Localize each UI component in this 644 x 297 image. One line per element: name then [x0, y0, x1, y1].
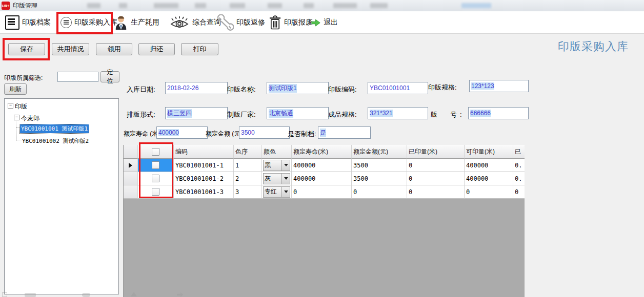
grid-row-1[interactable]: YBC01001001-1 1 黑 400000 3500 0 400000 0…	[124, 159, 525, 172]
row-checkbox[interactable]	[152, 175, 159, 182]
tree-connector	[10, 107, 10, 118]
refresh-button[interactable]: 刷新	[4, 83, 27, 95]
toolbar-button-comprehensive-query[interactable]: 综合查询	[169, 11, 221, 34]
color-dropdown[interactable]: 黑	[263, 160, 290, 171]
toolbar-button-plate-scrap[interactable]: 印版报废	[269, 11, 313, 34]
cell-printable[interactable]: 400000	[465, 159, 513, 172]
field-value: 2018-02-26	[167, 84, 198, 92]
cell-amount[interactable]: 3500	[352, 159, 407, 172]
grid-row-3[interactable]: YBC01001001-3 3 专红 0 0 0 0 0	[124, 185, 525, 199]
cell-code[interactable]: YBC01001001-2	[174, 172, 234, 185]
grid-header-code[interactable]: 编码	[174, 145, 234, 159]
plate-number-field[interactable]: 666666	[468, 107, 529, 119]
plate-maker-field[interactable]: 北京畅通	[267, 107, 329, 119]
background-window-artifact	[304, 3, 314, 8]
cell-truncated[interactable]: 0.	[513, 159, 525, 172]
shared-usage-button[interactable]: 共用情况	[52, 43, 89, 55]
select-all-checkbox[interactable]	[152, 148, 159, 156]
cell-truncated[interactable]: 0	[513, 185, 525, 199]
color-value: 黑	[264, 160, 281, 171]
cell-code[interactable]: YBC01001001-1	[174, 159, 234, 172]
cell-printed[interactable]: 0	[407, 185, 465, 199]
save-button[interactable]: 保存	[8, 43, 45, 55]
toolbar-label: 印版返修	[236, 18, 265, 27]
cell-amount[interactable]: 0	[352, 185, 407, 199]
borrow-button[interactable]: 领用	[96, 43, 132, 55]
cell-code[interactable]: YBC01001001-3	[174, 185, 234, 199]
grid-row-2[interactable]: YBC01001001-2 2 灰 400000 3500 0 400000 0…	[124, 172, 525, 185]
tree-node-plate-1[interactable]: YBC01001001 测试印版1	[20, 124, 89, 133]
plate-spec-label: 印版规格:	[428, 83, 457, 92]
chevron-down-icon	[281, 187, 290, 197]
toolbar-button-exit[interactable]: 退出	[311, 11, 338, 34]
plate-code-field[interactable]: YBC01001001	[368, 82, 428, 94]
cell-printable[interactable]: 0	[465, 185, 513, 199]
background-window-artifact	[461, 3, 491, 8]
cell-seq[interactable]: 3	[234, 185, 262, 199]
toolbar-label: 印版报废	[284, 18, 313, 27]
field-value: 是	[320, 129, 326, 137]
print-button[interactable]: 打印	[181, 43, 218, 55]
return-button[interactable]: 归还	[138, 43, 175, 55]
grid-header-color[interactable]: 颜色	[262, 145, 292, 159]
grid-header-seq[interactable]: 色序	[234, 145, 262, 159]
background-window-artifact	[333, 3, 357, 8]
layout-format-field[interactable]: 横三竖四	[165, 107, 228, 119]
row-checkbox-cell	[138, 185, 174, 199]
bottom-artifact-icon	[25, 293, 36, 297]
plate-code-label: 印版编码:	[328, 85, 357, 94]
cell-printed[interactable]: 0	[407, 172, 465, 185]
color-value: 灰	[264, 174, 281, 184]
tree-expander-group[interactable]: −	[14, 115, 19, 120]
menu-square-icon	[5, 15, 19, 30]
plate-owner-filter-label: 印版所属筛选:	[4, 74, 43, 82]
is-archived-label: 是否制档:	[288, 130, 316, 139]
background-window-artifact	[268, 3, 282, 8]
cell-truncated[interactable]: 0.	[513, 172, 525, 185]
background-window-artifact	[119, 3, 127, 8]
toolbar-button-plate-archive[interactable]: 印版档案	[5, 11, 51, 34]
title-bar: U8+ 印版管理	[0, 0, 644, 11]
tree-node-group[interactable]: 今麦郎	[21, 114, 39, 123]
exit-arrow-icon	[311, 18, 321, 27]
tree-expander-root[interactable]: −	[8, 103, 13, 109]
toolbar-button-plate-purchase-inbound[interactable]: 印版采购入库	[61, 11, 117, 34]
plate-name-field[interactable]: 测试印版1	[267, 82, 329, 94]
grid-header-truncated[interactable]: 已	[513, 145, 525, 159]
cell-amount[interactable]: 3500	[352, 172, 407, 185]
row-selector-cell[interactable]	[124, 172, 138, 185]
tree-node-root[interactable]: 印版	[15, 102, 27, 111]
cell-life[interactable]: 400000	[292, 159, 352, 172]
grid-header-printed[interactable]: 已印量(米)	[407, 145, 465, 159]
locate-button[interactable]: 定位	[100, 71, 119, 82]
row-selector-cell[interactable]	[124, 159, 138, 172]
row-checkbox[interactable]	[152, 188, 159, 196]
row-checkbox[interactable]	[152, 161, 159, 169]
color-dropdown[interactable]: 灰	[263, 173, 290, 184]
cell-printable[interactable]: 400000	[465, 172, 513, 185]
is-archived-field[interactable]: 是	[318, 126, 371, 139]
bottom-artifact-icon	[2, 292, 7, 297]
cell-life[interactable]: 0	[292, 185, 352, 199]
color-dropdown[interactable]: 专红	[263, 186, 290, 198]
inbound-date-field[interactable]: 2018-02-26	[165, 82, 228, 94]
grid-header-printable[interactable]: 可印量(米)	[465, 145, 513, 159]
cell-life[interactable]: 400000	[292, 172, 352, 185]
cell-seq[interactable]: 1	[234, 159, 262, 172]
field-value: 321*321	[370, 110, 393, 117]
plate-maker-label: 制版厂家:	[227, 110, 256, 119]
cell-seq[interactable]: 2	[234, 172, 262, 185]
toolbar-button-production-consume[interactable]: 生产耗用	[114, 11, 159, 34]
product-spec-field[interactable]: 321*321	[368, 107, 428, 119]
rated-life-field[interactable]: 400000	[156, 126, 208, 139]
toolbar-button-plate-repair[interactable]: 印版返修	[217, 11, 265, 34]
tree-node-plate-2[interactable]: YBC01001002 测试印版2	[22, 137, 89, 145]
grid-header-life[interactable]: 额定寿命(米)	[292, 145, 352, 159]
row-selector-cell[interactable]	[124, 185, 138, 199]
field-value: YBC01001001	[370, 84, 410, 92]
rated-amount-field[interactable]: 3500	[239, 126, 290, 139]
plate-spec-field[interactable]: 123*123	[469, 80, 529, 92]
plate-owner-filter-input[interactable]	[57, 72, 98, 82]
cell-printed[interactable]: 0	[407, 159, 465, 172]
grid-header-amount[interactable]: 额定金额(元)	[352, 145, 407, 159]
